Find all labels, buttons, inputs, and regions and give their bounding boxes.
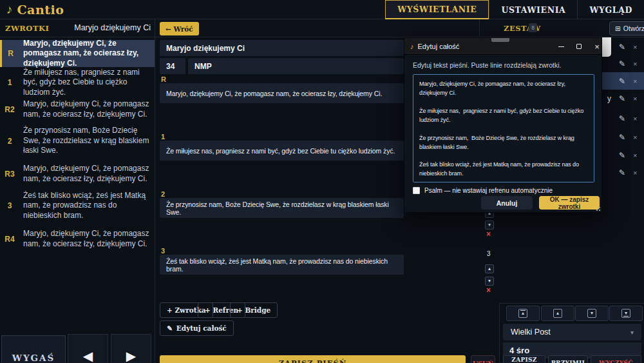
section-label-2: 2: [161, 190, 165, 198]
minimize-button[interactable]: [552, 38, 570, 55]
save-set-button[interactable]: ZAPISZ ZESTAW: [503, 355, 545, 363]
verse-text: Maryjo, dziękujemy Ci, że pomagasz nam, …: [19, 40, 155, 67]
maximize-button[interactable]: [570, 38, 588, 55]
setpanel-bottom-divider: [499, 303, 644, 304]
ok-save-verses-button[interactable]: OK — zapisz zwrotki: [539, 196, 600, 210]
sidebar-verse-R2[interactable]: R2 Maryjo, dziękujemy Ci, że pomagasz na…: [0, 99, 155, 120]
tab-wyglad[interactable]: WYGLĄD: [577, 0, 644, 19]
back-button[interactable]: ← Wróć: [160, 22, 199, 35]
open-set-button[interactable]: ⊞ Otwórz: [609, 21, 644, 35]
sidebar-verse-2[interactable]: 2 Że przynosisz nam, Boże Dziecię Swe, ż…: [0, 126, 155, 156]
sidebar-verse-R4[interactable]: R4 Maryjo, dziękujemy Ci, że pomagasz na…: [0, 229, 155, 250]
tab-ustawienia[interactable]: USTAWIENIA: [489, 0, 577, 19]
cantio-app: ♪ Cantio WYŚWIETLANIE USTAWIENIA WYGLĄD …: [0, 0, 644, 363]
move-to-top-button[interactable]: ▴: [506, 306, 540, 321]
move-item-up-icon[interactable]: ▴: [485, 264, 494, 273]
main-tabs: WYŚWIETLANIE USTAWIENIA WYGLĄD: [385, 0, 644, 19]
verse-text: Maryjo, dziękujemy Ci, że pomagasz nam, …: [19, 164, 155, 184]
grid-icon: ⊞: [615, 25, 621, 32]
remove-item-icon[interactable]: ×: [633, 169, 637, 177]
item-number: 3: [487, 250, 491, 257]
remove-item-icon[interactable]: ×: [633, 60, 637, 68]
save-song-button[interactable]: ZAPISZ PIEŚŃ: [160, 355, 466, 363]
song-text-textarea[interactable]: Maryjo, dziękujemy Ci, że pomagasz nam, …: [413, 74, 594, 182]
edit-all-modal: ♪ Edytuj całość × Edytuj tekst pieśni. P…: [404, 37, 602, 213]
song-number-input[interactable]: [160, 58, 185, 74]
verse-label: 3: [0, 190, 19, 221]
move-item-down-icon[interactable]: ▾: [485, 277, 494, 286]
move-up-button[interactable]: ▴: [541, 306, 574, 321]
verse-text: Że przynosisz nam, Boże Dziecię Swe, że …: [19, 126, 155, 156]
back-button-label: Wróć: [173, 25, 193, 33]
sidebar-verse-R3[interactable]: R3 Maryjo, dziękujemy Ci, że pomagasz na…: [0, 164, 155, 184]
modal-titlebar[interactable]: ♪ Edytuj całość ×: [404, 38, 601, 55]
section-text-R[interactable]: Maryjo, dziękujemy Ci, że pomagasz nam, …: [160, 83, 404, 103]
edit-item-icon[interactable]: ✎: [619, 114, 625, 123]
remove-item-icon[interactable]: ×: [486, 286, 491, 295]
remove-item-icon[interactable]: ×: [633, 43, 637, 51]
section-label-1: 1: [161, 133, 165, 141]
song-title-input[interactable]: [160, 40, 404, 56]
verse-text: Maryjo, dziękujemy Ci, że pomagasz nam, …: [19, 229, 155, 250]
verse-text: Że miłujesz nas, pragniesz z nami być, g…: [19, 72, 155, 93]
add-bridge-button[interactable]: + Bridge: [230, 302, 278, 318]
up-icon: ▴: [556, 310, 559, 316]
verses-section-label: ZWROTKI: [5, 24, 49, 33]
cancel-button[interactable]: Anuluj: [481, 196, 533, 210]
next-slide-button[interactable]: ▶: [111, 334, 151, 363]
music-note-icon: ♪: [410, 43, 414, 50]
edit-item-icon[interactable]: ✎: [619, 168, 625, 177]
setpanel-divider: [479, 19, 480, 37]
move-to-bottom-button[interactable]: ▾: [609, 306, 643, 321]
edit-item-icon[interactable]: ✎: [619, 43, 625, 52]
section-text-1[interactable]: Że miłujesz nas, pragniesz z nami być, g…: [160, 141, 404, 161]
dim-screen-button[interactable]: WYGAŚ: [1, 335, 66, 363]
edit-item-icon[interactable]: ✎: [619, 94, 625, 103]
section-text-3[interactable]: Żeś tak blisko wciąż, żeś jest Matką nam…: [160, 255, 404, 275]
season-select[interactable]: Wielki Post ▾: [503, 324, 641, 340]
verse-label: R: [2, 40, 19, 67]
psalm-checkbox-row: Psalm — nie wstawiaj refrenu automatyczn…: [413, 187, 553, 194]
edit-all-button[interactable]: ✎ Edytuj całość: [160, 320, 234, 336]
bar-decoration: [520, 310, 526, 311]
tab-wyswietlanie[interactable]: WYŚWIETLANIE: [385, 0, 489, 19]
section-text-2[interactable]: Że przynosisz nam, Boże Dziecię Swe, że …: [160, 198, 404, 218]
previous-slide-button[interactable]: ◀: [68, 334, 108, 363]
remove-item-icon[interactable]: ×: [633, 115, 637, 123]
edit-item-icon[interactable]: ✎: [619, 59, 625, 68]
edit-item-icon[interactable]: ✎: [619, 151, 625, 160]
minimize-icon: [558, 46, 564, 47]
verse-label: R2: [0, 99, 19, 120]
close-icon: ×: [594, 42, 600, 52]
edit-item-icon[interactable]: ✎: [619, 77, 625, 86]
verse-label: 1: [0, 72, 19, 93]
remove-item-icon[interactable]: ×: [633, 152, 637, 159]
sub-header: ZWROTKI Maryjo dziękujemy Ci ← Wróć ZEST…: [0, 19, 644, 37]
move-item-down-icon[interactable]: ▾: [485, 221, 494, 230]
clear-set-button[interactable]: WYCZYŚĆ: [591, 355, 641, 363]
remove-item-icon[interactable]: ×: [633, 95, 637, 103]
sidebar-verse-3[interactable]: 3 Żeś tak blisko wciąż, żeś jest Matką n…: [0, 190, 155, 221]
accept-set-button[interactable]: PRZYJMIJ: [548, 355, 588, 363]
resize-grip[interactable]: [594, 205, 600, 211]
setpanel-left-divider: [499, 303, 500, 363]
open-button-label: Otwórz: [623, 25, 644, 32]
modal-instruction: Edytuj tekst pieśni. Puste linie rozdzie…: [413, 61, 562, 69]
sidebar-verse-R[interactable]: R Maryjo, dziękujemy Ci, że pomagasz nam…: [0, 40, 155, 67]
remove-item-icon[interactable]: ×: [633, 133, 637, 141]
right-arrow-icon: ▶: [126, 348, 136, 363]
psalm-checkbox[interactable]: [413, 187, 420, 194]
remove-item-icon[interactable]: ×: [633, 77, 637, 85]
delete-song-button[interactable]: USUŃ: [471, 355, 495, 363]
move-down-button[interactable]: ▾: [575, 306, 609, 321]
remove-item-icon[interactable]: ×: [486, 230, 491, 239]
song-category-input[interactable]: [188, 58, 404, 74]
edit-all-label: Edytuj całość: [176, 324, 227, 332]
season-select-value: Wielki Post: [511, 328, 551, 337]
back-arrow-icon: ←: [166, 25, 171, 33]
psalm-checkbox-label: Psalm — nie wstawiaj refrenu automatyczn…: [424, 187, 553, 194]
edit-item-icon[interactable]: ✎: [619, 133, 625, 142]
current-song-title: Maryjo dziękujemy Ci: [64, 23, 151, 32]
close-button[interactable]: ×: [588, 38, 606, 55]
sidebar-verse-1[interactable]: 1 Że miłujesz nas, pragniesz z nami być,…: [0, 72, 155, 93]
